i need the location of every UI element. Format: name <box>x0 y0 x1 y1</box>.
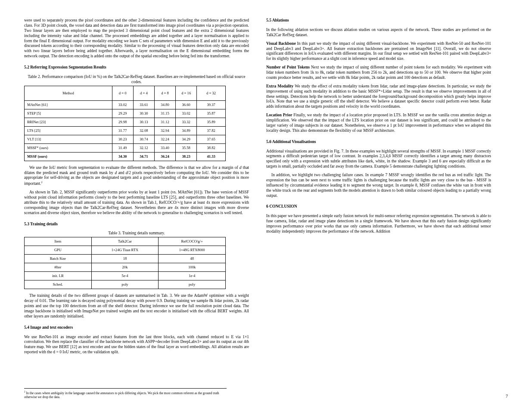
table-row: Sched.polypoly <box>25 280 226 289</box>
table-row: MSSF* (ours)31.4932.1233.4035.5838.82 <box>25 143 226 152</box>
table2-header-row: Method d = 0 d = 4 d = 8 d = 16 d = 32 <box>25 86 226 100</box>
table-row: Batch Size1848 <box>25 255 226 263</box>
iou-explain-paragraph: We use the IoU metric from segmentation … <box>24 165 249 187</box>
visualisations-para2: In addition, we highlight two challengin… <box>266 173 491 198</box>
ablation-location-prior: Location Prior Finally, we study the imp… <box>266 113 491 134</box>
table-2: Method d = 0 d = 4 d = 8 d = 16 d = 32 M… <box>24 86 226 161</box>
table2-caption: Table 2. Performance comparison (IoU in … <box>24 75 249 85</box>
section-heading-encoders: 5.4 Image and text encoders <box>24 325 249 330</box>
footnote-text: In the cases where ambiguity in the lang… <box>24 391 219 399</box>
table-row: #Iter20k100k <box>25 263 226 272</box>
table3-header-row: Item Talk2Car RefCOCO/g/+ <box>25 237 226 246</box>
encoders-paragraph: We use ResNet-101 as image encoder and e… <box>24 335 249 355</box>
table-row: MAttNet [61]33.0233.6134.8036.6039.37 <box>25 100 226 109</box>
t3-h1: Talk2Car <box>91 237 159 246</box>
section-heading-results: 5.2 Referring Expression Segmentation Re… <box>24 65 249 70</box>
table2-h0: Method <box>25 86 112 100</box>
section-heading-training: 5.3 Training details <box>24 222 249 227</box>
section-heading-conclusion: 6 CONCLUSION <box>266 204 491 209</box>
continuation-paragraph: were used to separately process the pixe… <box>24 18 249 59</box>
table2-h1: d = 0 <box>112 86 133 100</box>
left-column: were used to separately process the pixe… <box>24 18 249 358</box>
t3-h0: Item <box>25 237 92 246</box>
t3-h2: RefCOCO/g/+ <box>159 237 226 246</box>
ablation-points: Number of Point Tokens Next we study the… <box>266 65 491 81</box>
page-number: 7 <box>506 394 508 399</box>
right-column: 5.5 Ablations In the following ablation … <box>266 18 491 358</box>
conclusion-paragraph: In this paper we have presented a simple… <box>266 214 491 234</box>
table-row: STEP [5]29.2930.3031.1533.0235.87 <box>25 109 226 118</box>
table-row: BRINet [23]29.9830.1331.1233.3235.89 <box>25 118 226 126</box>
table2-h5: d = 32 <box>197 86 226 100</box>
ablation-backbone: Visual Backbone In this part we study th… <box>266 41 491 62</box>
table-row: MSSF (ours)34.3034.7136.2438.2341.33 <box>25 152 226 161</box>
footnote-marker: 2 <box>41 181 42 184</box>
footnote: 2 In the cases where ambiguity in the la… <box>24 388 227 399</box>
table2-h4: d = 16 <box>176 86 197 100</box>
training-paragraph: The training details of the two differen… <box>24 293 249 319</box>
table-row: init. LR5e-41e-4 <box>25 272 226 280</box>
section-heading-ablations: 5.5 Ablations <box>266 18 491 23</box>
table-row: LTS [25]31.7732.0832.9434.8937.82 <box>25 126 226 135</box>
table-3: Item Talk2Car RefCOCO/g/+ GPU1×24G Titan… <box>24 237 226 289</box>
table2-h3: d = 8 <box>154 86 175 100</box>
table-row: VLT [13]30.2330.7432.2434.2937.65 <box>25 135 226 143</box>
ablations-intro: In the following ablation sections we di… <box>266 28 491 38</box>
table2-h2: d = 4 <box>133 86 154 100</box>
table3-caption: Table 3. Training details summary. <box>24 231 249 236</box>
section-heading-visualisations: 5.6 Additional Visualisations <box>266 140 491 145</box>
table-row: GPU1×24G Titan RTX1×48G RTX8000 <box>25 246 226 255</box>
results-discussion-paragraph: As shown in Tab. 2, MSSF significantly o… <box>24 190 249 215</box>
ablation-extra-modality: Extra Modality We study the effect of ex… <box>266 84 491 109</box>
visualisations-para1: Additional visualisations are provided i… <box>266 149 491 170</box>
